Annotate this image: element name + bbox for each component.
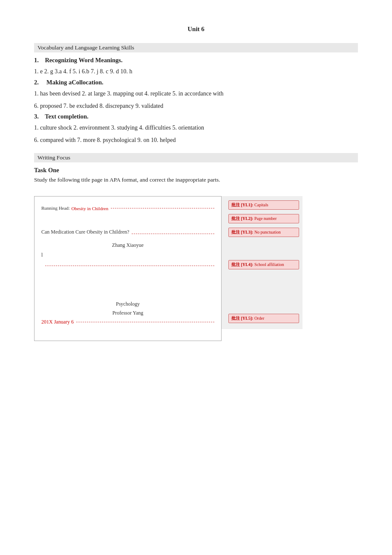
section-2-answers-1: 1. has been devised 2. at large 3. mappi… — [34, 89, 358, 99]
apa-date: 201X January 6 — [41, 319, 74, 325]
apa-title-page: Running Head: Obesity in Children Can Me… — [34, 196, 222, 341]
section-1-title: 1. Recognizing Word Meanings. — [34, 57, 358, 64]
section-2-title: 2. Making aCollocation. — [34, 79, 358, 86]
running-head-label: Running Head: — [41, 205, 70, 211]
section-2-label: Making aCollocation. — [46, 79, 104, 86]
section-3-title: 3. Text completion. — [34, 113, 358, 120]
section-1-label: Recognizing Word Meanings. — [45, 57, 122, 64]
annotations-panel: 批注 [YL1]: Capitals 批注 [YL2]: Page number… — [222, 196, 303, 329]
section-2-answers-2: 6. proposed 7. be excluded 8. discrepanc… — [34, 101, 358, 111]
section-3-answers-2: 6. compared with 7. more 8. psychologica… — [34, 135, 358, 145]
apa-wrapper: Running Head: Obesity in Children Can Me… — [34, 196, 358, 341]
apa-title: Can Medication Cure Obesity in Children? — [41, 229, 129, 235]
annotation-yl3: 批注 [YL3]: No punctuation — [228, 228, 299, 237]
writing-focus-section: Writing Focus Task One Study the followi… — [34, 153, 358, 341]
section-1-number: 1. — [34, 57, 39, 64]
section-3-answers-1: 1. culture shock 2. environment 3. study… — [34, 123, 358, 133]
apa-author: Zhang Xiaoyue — [41, 242, 214, 249]
apa-course: Psychology — [41, 301, 214, 307]
annotation-yl1: 批注 [YL1]: Capitals — [228, 200, 299, 210]
writing-focus-header: Writing Focus — [34, 153, 358, 162]
annotation-yl5: 批注 [YL5]: Order — [228, 314, 299, 323]
section-1-answers: 1. e 2. g 3.a 4. f 5. i 6.b 7. j 8. c 9.… — [34, 66, 358, 77]
section-3-number: 3. — [34, 113, 39, 120]
vocab-section: Vocabulary and Language Learning Skills … — [34, 43, 358, 145]
page-title: Unit 6 — [34, 26, 358, 33]
annotation-yl2: 批注 [YL2]: Page number — [228, 214, 299, 223]
section-3: 3. Text completion. 1. culture shock 2. … — [34, 113, 358, 145]
running-head-text: Obesity in Children — [71, 206, 108, 211]
section-2-number: 2. — [34, 79, 39, 86]
annotation-yl4: 批注 [YL4]: School affiliation — [228, 260, 299, 269]
task-description: Study the following title page in APA fo… — [34, 176, 358, 183]
apa-instructor: Professor Yang — [41, 310, 214, 316]
apa-affiliation: l — [41, 252, 43, 258]
apa-center-block: Can Medication Cure Obesity in Children?… — [41, 229, 214, 325]
section-2: 2. Making aCollocation. 1. has been devi… — [34, 79, 358, 111]
vocab-section-header: Vocabulary and Language Learning Skills — [34, 43, 358, 52]
section-1: 1. Recognizing Word Meanings. 1. e 2. g … — [34, 57, 358, 77]
section-3-label: Text completion. — [45, 113, 89, 120]
task-one-title: Task One — [34, 167, 358, 174]
